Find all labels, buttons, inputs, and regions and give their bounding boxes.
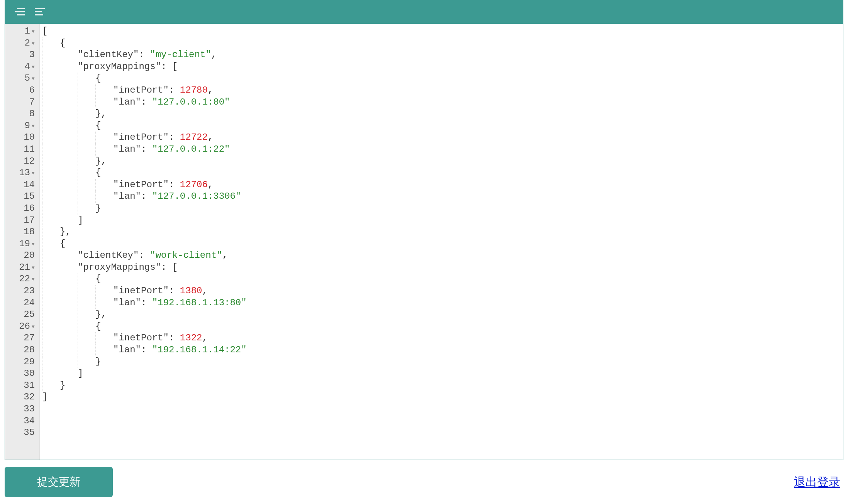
code-line[interactable] — [42, 415, 843, 427]
fold-toggle-icon[interactable]: ▾ — [32, 61, 35, 73]
fold-toggle-icon[interactable]: ▾ — [32, 73, 35, 85]
fold-toggle-icon[interactable]: ▾ — [32, 25, 35, 37]
line-number — [5, 332, 39, 344]
line-number: ▾ — [5, 167, 39, 179]
line-number — [5, 132, 39, 144]
code-line[interactable]: "lan": "127.0.0.1:3306" — [42, 191, 843, 203]
code-line[interactable]: } — [42, 356, 843, 368]
code-line[interactable]: { — [42, 167, 843, 179]
fold-toggle-icon[interactable]: ▾ — [32, 120, 35, 132]
code-line[interactable]: ] — [42, 215, 843, 227]
code-line[interactable]: ] — [42, 368, 843, 380]
editor-code-area[interactable]: [{"clientKey": "my-client","proxyMapping… — [40, 24, 843, 460]
code-line[interactable]: } — [42, 380, 843, 392]
code-line[interactable]: "lan": "192.168.1.13:80" — [42, 297, 843, 309]
code-line[interactable]: { — [42, 120, 843, 132]
code-line[interactable]: { — [42, 273, 843, 285]
code-line[interactable]: }, — [42, 156, 843, 167]
code-line[interactable] — [42, 427, 843, 439]
line-number — [5, 156, 39, 167]
line-number — [5, 108, 39, 120]
code-line[interactable]: { — [42, 321, 843, 333]
line-number — [5, 49, 39, 61]
submit-button[interactable]: 提交更新 — [5, 467, 113, 497]
code-line[interactable]: "proxyMappings": [ — [42, 262, 843, 274]
line-number — [5, 96, 39, 108]
line-number — [5, 191, 39, 203]
line-number — [5, 215, 39, 227]
line-number: ▾ — [5, 37, 39, 49]
align-left-icon[interactable] — [33, 5, 48, 19]
code-line[interactable]: }, — [42, 309, 843, 321]
code-line[interactable]: }, — [42, 226, 843, 238]
indent-right-icon[interactable] — [12, 5, 26, 19]
line-number — [5, 179, 39, 191]
line-number — [5, 427, 39, 439]
line-number: ▾ — [5, 73, 39, 85]
svg-rect-2 — [17, 14, 25, 15]
line-number — [5, 297, 39, 309]
code-line[interactable]: { — [42, 238, 843, 250]
code-line[interactable]: } — [42, 203, 843, 215]
toolbar — [5, 0, 843, 24]
fold-toggle-icon[interactable]: ▾ — [32, 37, 35, 49]
code-editor[interactable]: ▾▾▾▾▾▾▾▾▾▾ [{"clientKey": "my-client","p… — [5, 24, 843, 460]
code-line[interactable]: "proxyMappings": [ — [42, 61, 843, 73]
line-number: ▾ — [5, 61, 39, 73]
line-number — [5, 144, 39, 156]
logout-link[interactable]: 退出登录 — [794, 474, 840, 490]
code-line[interactable]: "inetPort": 12780, — [42, 85, 843, 96]
line-number: ▾ — [5, 321, 39, 333]
fold-toggle-icon[interactable]: ▾ — [32, 321, 35, 333]
editor-gutter: ▾▾▾▾▾▾▾▾▾▾ — [5, 24, 40, 460]
line-number: ▾ — [5, 262, 39, 274]
fold-toggle-icon[interactable]: ▾ — [32, 167, 35, 179]
line-number — [5, 309, 39, 321]
code-line[interactable]: "lan": "127.0.0.1:80" — [42, 96, 843, 108]
line-number — [5, 368, 39, 380]
code-line[interactable]: "clientKey": "my-client", — [42, 49, 843, 61]
line-number — [5, 226, 39, 238]
svg-rect-1 — [15, 11, 25, 12]
line-number: ▾ — [5, 273, 39, 285]
code-line[interactable]: [ — [42, 25, 843, 37]
footer: 提交更新 退出登录 — [5, 460, 843, 497]
svg-rect-0 — [17, 8, 25, 9]
svg-rect-3 — [35, 8, 45, 9]
code-line[interactable]: "inetPort": 1322, — [42, 332, 843, 344]
line-number — [5, 85, 39, 96]
line-number — [5, 203, 39, 215]
line-number — [5, 356, 39, 368]
code-line[interactable]: }, — [42, 108, 843, 120]
line-number — [5, 380, 39, 392]
line-number — [5, 391, 39, 403]
fold-toggle-icon[interactable]: ▾ — [32, 238, 35, 250]
line-number — [5, 403, 39, 415]
code-line[interactable]: "inetPort": 1380, — [42, 285, 843, 297]
line-number — [5, 344, 39, 356]
code-line[interactable]: { — [42, 37, 843, 49]
line-number — [5, 285, 39, 297]
fold-toggle-icon[interactable]: ▾ — [32, 262, 35, 274]
code-line[interactable]: "lan": "192.168.1.14:22" — [42, 344, 843, 356]
line-number — [5, 250, 39, 262]
line-number: ▾ — [5, 238, 39, 250]
svg-rect-5 — [35, 14, 43, 15]
line-number — [5, 415, 39, 427]
code-line[interactable]: "inetPort": 12706, — [42, 179, 843, 191]
code-line[interactable]: "inetPort": 12722, — [42, 132, 843, 144]
svg-rect-4 — [35, 11, 42, 12]
code-line[interactable]: { — [42, 73, 843, 85]
code-line[interactable]: ] — [42, 391, 843, 403]
code-line[interactable]: "lan": "127.0.0.1:22" — [42, 144, 843, 156]
line-number: ▾ — [5, 25, 39, 37]
code-line[interactable] — [42, 403, 843, 415]
code-line[interactable]: "clientKey": "work-client", — [42, 250, 843, 262]
line-number: ▾ — [5, 120, 39, 132]
fold-toggle-icon[interactable]: ▾ — [32, 273, 35, 285]
